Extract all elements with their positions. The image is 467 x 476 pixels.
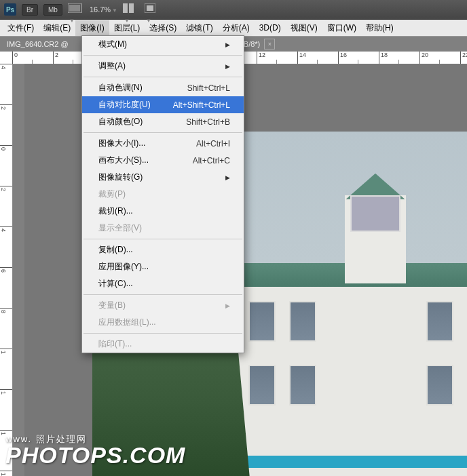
building: [235, 263, 467, 476]
image-menu-dropdown: 模式(M)▶ 调整(A)▶ 自动色调(N)Shift+Ctrl+L 自动对比度(…: [81, 35, 244, 353]
ruler-corner: [0, 52, 13, 64]
menu-view[interactable]: 视图(V): [286, 20, 322, 36]
shortcut-label: Shift+Ctrl+L: [187, 83, 230, 93]
tab-close-button[interactable]: ×: [264, 39, 275, 49]
menu-separator: [83, 333, 242, 334]
menu-item-mode[interactable]: 模式(M)▶: [82, 36, 244, 53]
menu-item-autotone[interactable]: 自动色调(N)Shift+Ctrl+L: [82, 79, 244, 96]
submenu-arrow-icon: ▶: [225, 302, 230, 309]
window: [426, 301, 453, 342]
tower-opening: [350, 195, 400, 232]
menu-separator: [83, 294, 242, 295]
menu-item-datasets: 应用数据组(L)...: [82, 314, 244, 331]
watermark-main: PHOTOPS.COM: [5, 443, 185, 467]
svg-rect-5: [147, 5, 153, 11]
menu-image[interactable]: 图像(I): [75, 20, 109, 36]
window: [248, 301, 276, 342]
shortcut-label: Alt+Ctrl+C: [193, 156, 230, 165]
menu-item-trim[interactable]: 裁切(R)...: [82, 203, 244, 220]
submenu-arrow-icon: ▶: [225, 41, 230, 48]
menu-item-adjustments[interactable]: 调整(A)▶: [82, 58, 244, 75]
window: [248, 365, 276, 405]
menu-item-revealall: 显示全部(V): [82, 220, 244, 237]
shortcut-label: Shift+Ctrl+B: [186, 117, 230, 127]
menu-separator: [83, 77, 242, 77]
app-logo: Ps: [4, 3, 16, 16]
menu-item-autocontrast[interactable]: 自动对比度(U)Alt+Shift+Ctrl+L: [82, 96, 244, 113]
menu-item-crop: 裁剪(P): [82, 186, 244, 203]
window: [426, 365, 453, 405]
menu-item-calculations[interactable]: 计算(C)...: [82, 275, 244, 292]
svg-rect-2: [123, 3, 128, 13]
screen-mode-icon[interactable]: ▼: [68, 3, 84, 16]
menu-item-applyimage[interactable]: 应用图像(Y)...: [82, 258, 244, 275]
submenu-arrow-icon: ▶: [225, 63, 230, 70]
screen-mode2-icon[interactable]: ▼: [145, 3, 161, 16]
menu-item-rotate[interactable]: 图像旋转(G)▶: [82, 169, 244, 186]
arrange-documents-icon[interactable]: ▼: [123, 3, 139, 16]
svg-rect-1: [69, 5, 80, 12]
shortcut-label: Alt+Ctrl+I: [196, 139, 230, 148]
menu-filter[interactable]: 滤镜(T): [181, 20, 217, 36]
menu-separator: [83, 132, 242, 133]
document-tab-name[interactable]: IMG_6640.CR2 @: [7, 40, 69, 48]
menu-window[interactable]: 窗口(W): [322, 20, 361, 36]
window: [289, 301, 316, 342]
building-stripe: [235, 456, 467, 468]
menu-3d[interactable]: 3D(D): [255, 21, 286, 35]
ruler-vertical: 4202468111112: [0, 64, 13, 476]
window: [289, 365, 316, 405]
menu-file[interactable]: 文件(F): [3, 20, 39, 36]
app-toolbar: Ps Br Mb ▼ 16.7%▼ ▼ ▼: [0, 0, 467, 20]
menu-item-trap: 陷印(T)...: [82, 336, 244, 353]
menu-item-canvassize[interactable]: 画布大小(S)...Alt+Ctrl+C: [82, 152, 244, 169]
svg-rect-3: [129, 3, 134, 13]
menu-separator: [83, 55, 242, 56]
watermark: www. 照片处理网 PHOTOPS.COM: [5, 435, 185, 467]
minibridge-button[interactable]: Mb: [43, 4, 62, 16]
submenu-arrow-icon: ▶: [225, 174, 230, 181]
menu-item-imagesize[interactable]: 图像大小(I)...Alt+Ctrl+I: [82, 135, 244, 152]
bridge-button[interactable]: Br: [22, 4, 38, 16]
tower: [345, 195, 406, 283]
menu-help[interactable]: 帮助(H): [361, 20, 398, 36]
menu-item-duplicate[interactable]: 复制(D)...: [82, 241, 244, 258]
shortcut-label: Alt+Shift+Ctrl+L: [173, 100, 230, 110]
menu-item-autocolor[interactable]: 自动颜色(O)Shift+Ctrl+B: [82, 113, 244, 130]
zoom-level[interactable]: 16.7%▼: [90, 5, 117, 14]
menu-separator: [83, 239, 242, 239]
menu-analysis[interactable]: 分析(A): [218, 20, 255, 36]
menu-item-variables: 变量(B)▶: [82, 297, 244, 314]
